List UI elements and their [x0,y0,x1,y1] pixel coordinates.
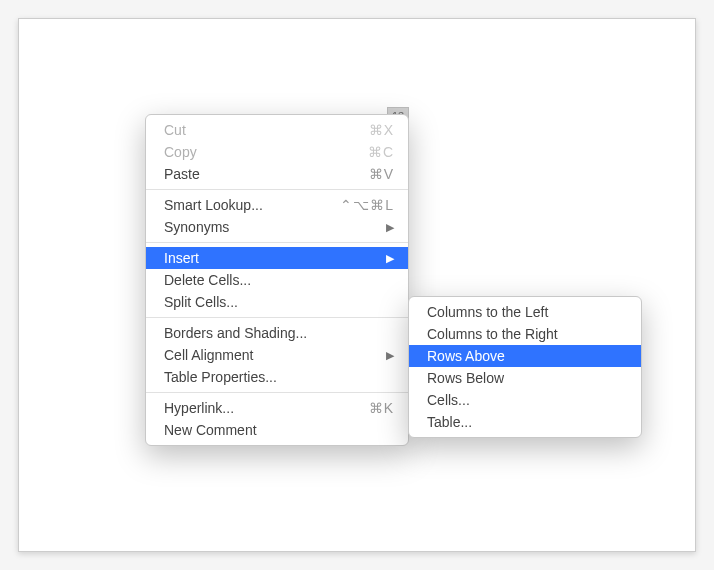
menu-item-shortcut: ⌘X [369,122,394,138]
menu-item-label: Copy [164,144,368,160]
menu-item-label: Rows Below [427,370,627,386]
context-menu: Cut⌘XCopy⌘CPaste⌘VSmart Lookup...⌃⌥⌘LSyn… [145,114,409,446]
menu-item-label: Cut [164,122,369,138]
menu-item-label: Columns to the Right [427,326,627,342]
menu-item-shortcut: ⌃⌥⌘L [340,197,394,213]
menu-item-label: Borders and Shading... [164,325,394,341]
menu-item-table-properties[interactable]: Table Properties... [146,366,408,388]
menu-item-new-comment[interactable]: New Comment [146,419,408,441]
menu-item-paste[interactable]: Paste⌘V [146,163,408,185]
menu-item-delete-cells[interactable]: Delete Cells... [146,269,408,291]
menu-item-label: Insert [164,250,386,266]
menu-item-label: New Comment [164,422,394,438]
menu-item-rows-below[interactable]: Rows Below [409,367,641,389]
menu-item-label: Table... [427,414,627,430]
menu-separator [146,189,408,190]
menu-item-label: Paste [164,166,369,182]
menu-separator [146,392,408,393]
menu-item-label: Smart Lookup... [164,197,340,213]
menu-item-split-cells[interactable]: Split Cells... [146,291,408,313]
menu-item-shortcut: ⌘C [368,144,394,160]
menu-item-cols-left[interactable]: Columns to the Left [409,301,641,323]
menu-item-label: Cells... [427,392,627,408]
menu-item-hyperlink[interactable]: Hyperlink...⌘K [146,397,408,419]
menu-item-rows-above[interactable]: Rows Above [409,345,641,367]
menu-item-cell-alignment[interactable]: Cell Alignment▶ [146,344,408,366]
submenu-arrow-icon: ▶ [386,252,394,265]
menu-item-cut: Cut⌘X [146,119,408,141]
menu-item-label: Rows Above [427,348,627,364]
menu-item-cells[interactable]: Cells... [409,389,641,411]
menu-item-label: Delete Cells... [164,272,394,288]
menu-item-label: Cell Alignment [164,347,386,363]
menu-item-label: Hyperlink... [164,400,369,416]
menu-item-smart-lookup[interactable]: Smart Lookup...⌃⌥⌘L [146,194,408,216]
menu-item-label: Split Cells... [164,294,394,310]
submenu-arrow-icon: ▶ [386,349,394,362]
menu-item-cols-right[interactable]: Columns to the Right [409,323,641,345]
menu-item-label: Synonyms [164,219,386,235]
menu-item-copy: Copy⌘C [146,141,408,163]
submenu-arrow-icon: ▶ [386,221,394,234]
menu-item-table[interactable]: Table... [409,411,641,433]
menu-item-label: Columns to the Left [427,304,627,320]
menu-separator [146,242,408,243]
menu-item-insert[interactable]: Insert▶ [146,247,408,269]
menu-item-shortcut: ⌘K [369,400,394,416]
insert-submenu: Columns to the LeftColumns to the RightR… [408,296,642,438]
menu-separator [146,317,408,318]
menu-item-label: Table Properties... [164,369,394,385]
menu-item-shortcut: ⌘V [369,166,394,182]
menu-item-synonyms[interactable]: Synonyms▶ [146,216,408,238]
menu-item-borders-shading[interactable]: Borders and Shading... [146,322,408,344]
